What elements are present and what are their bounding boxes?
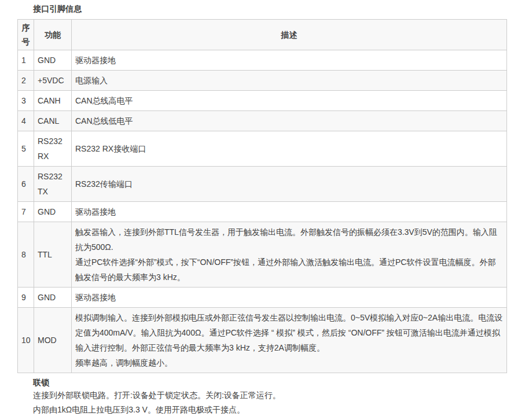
pin-table: 序号 功能 描述 1 GND 驱动器接地 2 +5VDC 电源输入 3 CANH… [17, 19, 507, 373]
pin-description: CAN总线低电平 [72, 111, 507, 131]
pin-number: 7 [18, 202, 34, 222]
pin-function: MOD [34, 308, 72, 373]
pin-description: 驱动器接地 [72, 50, 507, 71]
interlock-line: 注意:当联锁电路关闭时，激光器才能启动发射。 [33, 417, 507, 420]
pin-description: 模拟调制输入。连接到外部模拟电压或外部正弦信号发生器以控制输出电流。0~5V模拟… [72, 308, 507, 373]
pin-number: 10 [18, 308, 34, 373]
document-page: 接口引脚信息 序号 功能 描述 1 GND 驱动器接地 2 +5VDC 电源输入 [0, 0, 525, 420]
pin-function: +5VDC [34, 71, 72, 91]
table-row: 10 MOD 模拟调制输入。连接到外部模拟电压或外部正弦信号发生器以控制输出电流… [18, 308, 507, 373]
pin-description: CAN总线高电平 [72, 91, 507, 111]
table-row: 9 GND 驱动器接地 [18, 288, 507, 308]
table-row: 5 RS232 RX RS232 RX接收端口 [18, 131, 507, 167]
table-row: 4 CANL CAN总线低电平 [18, 111, 507, 131]
pin-number: 4 [18, 111, 34, 131]
pin-number: 8 [18, 222, 34, 288]
pin-function: CANH [34, 91, 72, 111]
pin-description: RS232 RX接收端口 [72, 131, 507, 167]
pin-number: 2 [18, 71, 34, 91]
pin-function: GND [34, 202, 72, 222]
pin-function: RS232 TX [34, 167, 72, 202]
table-row: 1 GND 驱动器接地 [18, 50, 507, 71]
pin-function: RS232 RX [34, 131, 72, 167]
pin-number: 1 [18, 50, 34, 71]
pin-description: 驱动器接地 [72, 288, 507, 308]
table-row: 2 +5VDC 电源输入 [18, 71, 507, 91]
pin-number: 3 [18, 91, 34, 111]
column-header-desc: 描述 [72, 20, 507, 50]
interlock-line: 连接到外部联锁电路。打开:设备处于锁定状态。关闭:设备正常运行。 [33, 388, 507, 403]
interlock-line: 内部由1kΩ电阻上拉电压到3.3 V。使用开路电极或干接点。 [33, 403, 507, 417]
pin-function: TTL [34, 222, 72, 288]
pin-description: 驱动器接地 [72, 202, 507, 222]
pin-description: 电源输入 [72, 71, 507, 91]
pin-number: 5 [18, 131, 34, 167]
column-header-num: 序号 [18, 20, 34, 50]
pin-description: RS232传输端口 [72, 167, 507, 202]
interlock-section: 联锁 连接到外部联锁电路。打开:设备处于锁定状态。关闭:设备正常运行。 内部由1… [33, 377, 507, 420]
pin-function: GND [34, 50, 72, 71]
table-header-row: 序号 功能 描述 [18, 20, 507, 50]
column-header-func: 功能 [34, 20, 72, 50]
page-title: 接口引脚信息 [33, 4, 507, 13]
interlock-title: 联锁 [33, 377, 507, 388]
table-row: 6 RS232 TX RS232传输端口 [18, 167, 507, 202]
pin-function: GND [34, 288, 72, 308]
pin-description: 触发器输入，连接到外部TTL信号发生器，用于触发输出电流。外部触发信号的振幅必须… [72, 222, 507, 288]
table-row: 8 TTL 触发器输入，连接到外部TTL信号发生器，用于触发输出电流。外部触发信… [18, 222, 507, 288]
pin-function: CANL [34, 111, 72, 131]
pin-number: 9 [18, 288, 34, 308]
pin-number: 6 [18, 167, 34, 202]
table-row: 3 CANH CAN总线高电平 [18, 91, 507, 111]
table-row: 7 GND 驱动器接地 [18, 202, 507, 222]
